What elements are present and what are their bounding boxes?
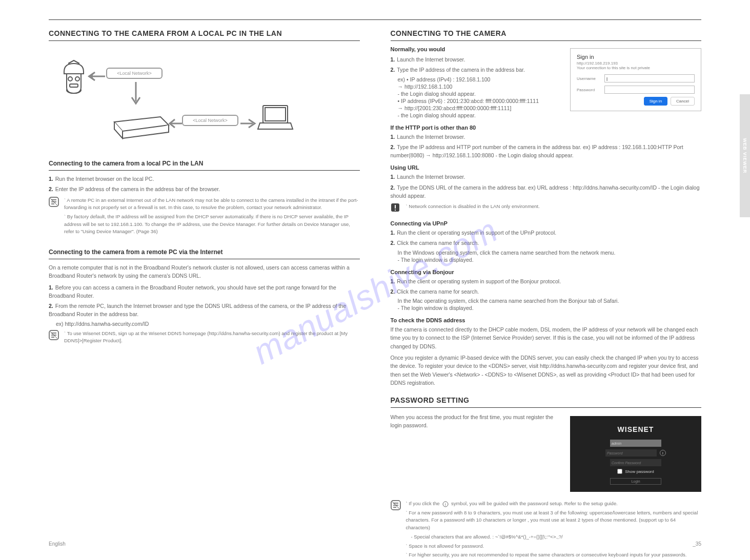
network-diagram: <Local Network> xyxy=(49,46,295,149)
signin-dialog: Sign in http://192.168.219.193 Your conn… xyxy=(570,48,701,111)
side-tab: WEB VIEWER xyxy=(740,94,750,217)
diagram-label-bottom: <Local Network> xyxy=(182,115,238,126)
step: 2.Enter the IP address of the camera in … xyxy=(49,185,360,193)
paragraph: When you access the product for the firs… xyxy=(391,413,563,430)
page-language: English xyxy=(49,541,66,547)
example-row: ex) • IP address (IPv4) : 192.168.1.100 xyxy=(398,76,563,82)
paragraph: On a remote computer that is not in the … xyxy=(49,263,360,280)
arrow-left-icon xyxy=(86,71,106,82)
note-line: - Special characters that are allowed. :… xyxy=(411,533,702,541)
show-password-label: Show password xyxy=(625,469,654,474)
step-text: Click the camera name for search. xyxy=(397,288,479,295)
subheading-bonjour: Connecting via Bonjour xyxy=(391,269,702,275)
svg-rect-3 xyxy=(70,84,78,87)
paragraph: Once you register a dynamic IP-based dev… xyxy=(391,354,702,387)
svg-text:i: i xyxy=(445,502,446,507)
step: 1.Before you can access a camera in the … xyxy=(49,283,360,300)
example-row: → http://[2001:230:abcd:ffff:0000:0000:f… xyxy=(398,105,563,111)
note-line: By factory default, the IP address will … xyxy=(64,213,360,236)
password-label: Password xyxy=(577,88,600,92)
step-sub: - The login window is displayed. xyxy=(398,305,702,311)
cancel-button[interactable]: Cancel xyxy=(671,97,695,106)
side-tab-label: WEB VIEWER xyxy=(742,138,747,173)
example-row: - the Login dialog should appear. xyxy=(398,112,563,118)
step: 2.Type the IP address of the camera in t… xyxy=(391,66,563,74)
info-icon: i xyxy=(442,501,449,507)
step-text: Enter the IP address of the camera in th… xyxy=(55,186,220,192)
warning-text: Network connection is disabled in the LA… xyxy=(406,203,702,214)
subheading-upnp: Connecting via UPnP xyxy=(391,220,702,226)
section-title-lan: CONNECTING TO THE CAMERA FROM A LOCAL PC… xyxy=(49,29,360,41)
step: 1.Run the Internet browser on the local … xyxy=(49,175,360,183)
svg-point-2 xyxy=(75,77,79,81)
step-text: Type the IP address and HTTP port number… xyxy=(391,144,683,158)
step: 2.Type the IP address and HTTP port numb… xyxy=(391,143,702,160)
section-title-connect: CONNECTING TO THE CAMERA xyxy=(391,29,702,41)
step-text: From the remote PC, launch the Internet … xyxy=(49,303,346,317)
subtitle-remote-connect: Connecting to the camera from a remote P… xyxy=(49,248,360,259)
note-line: Space is not allowed for password. xyxy=(406,543,702,550)
step: 1.Run the client or operating system in … xyxy=(391,229,702,237)
example-row: - the Login dialog should appear. xyxy=(398,91,563,97)
step-sub: In the Windows operating system, click t… xyxy=(398,250,702,256)
step: 1.Launch the Internet browser. xyxy=(391,173,702,181)
arrow-left2-icon xyxy=(168,118,183,129)
arrow-down-icon xyxy=(130,81,142,106)
signin-title: Sign in xyxy=(577,54,695,60)
laptop-icon xyxy=(257,102,294,136)
example-row: • IP address (IPv6) : 2001:230:abcd: fff… xyxy=(398,98,563,104)
signin-button[interactable]: Sign in xyxy=(644,97,667,106)
note-line: For a new password with 8 to 9 character… xyxy=(406,509,702,532)
step-text: Run the Internet browser on the local PC… xyxy=(55,176,154,182)
step: 2.Click the camera name for search. xyxy=(391,287,702,296)
show-password-checkbox[interactable] xyxy=(617,469,622,474)
step: 1.Run the client or operating system in … xyxy=(391,277,702,285)
note-line: A remote PC in an external Internet out … xyxy=(64,197,360,212)
svg-rect-5 xyxy=(265,108,286,121)
subheading-http: If the HTTP port is other than 80 xyxy=(391,125,702,131)
step-text: Launch the Internet browser. xyxy=(397,56,465,63)
note-icon xyxy=(49,330,59,340)
wisenet-logo: WISENET xyxy=(591,425,681,433)
arrow-right-icon xyxy=(239,118,257,129)
note-line: For higher security, you are not recomme… xyxy=(406,551,702,559)
page-number: _35 xyxy=(693,541,701,547)
router-icon xyxy=(109,107,171,140)
note-line: ` If you click the i symbol, you will be… xyxy=(406,500,702,508)
paragraph: If the camera is connected directly to t… xyxy=(391,325,702,350)
step: 2.From the remote PC, launch the Interne… xyxy=(49,302,360,319)
step: 1.Launch the Internet browser. xyxy=(391,55,563,64)
subheading-normal: Normally, you would xyxy=(391,46,563,52)
login-button[interactable]: Login xyxy=(610,478,661,485)
signin-url: http://192.168.219.193 xyxy=(577,61,695,66)
step-text: Before you can access a camera in the Br… xyxy=(49,284,336,299)
note-icon xyxy=(391,500,401,510)
note-line: To use Wisenet DDNS, sign up at the Wise… xyxy=(64,330,360,345)
wisenet-login-box: WISENET i Show password Login xyxy=(570,416,701,492)
step-text: Run the client or operating system in su… xyxy=(397,278,561,284)
subheading-ddns-check: To check the DDNS address xyxy=(391,317,702,323)
camera-icon xyxy=(59,59,89,95)
username-input[interactable] xyxy=(604,74,695,82)
info-icon[interactable]: i xyxy=(660,450,666,456)
admin-field[interactable] xyxy=(610,440,661,447)
example-row: → http://192.168.1.100 xyxy=(398,84,563,90)
step: 2.Click the camera name for search. xyxy=(391,239,702,247)
section-title-password: PASSWORD SETTING xyxy=(391,396,702,408)
step: 2.Type the DDNS URL of the camera in the… xyxy=(391,183,702,200)
step-text: Launch the Internet browser. xyxy=(397,174,465,180)
step-text: Type the IP address of the camera in the… xyxy=(397,67,525,73)
subtitle-lan-connect: Connecting to the camera from a local PC… xyxy=(49,160,360,171)
confirm-password-field[interactable] xyxy=(610,459,661,466)
svg-rect-9 xyxy=(395,205,396,209)
step-sub: In the Mac operating system, click the c… xyxy=(398,298,702,304)
note-icon xyxy=(49,197,59,207)
step-text: Click the camera name for search. xyxy=(397,240,479,246)
step-text: Run the client or operating system in su… xyxy=(397,230,556,236)
password-field[interactable] xyxy=(605,449,657,457)
username-label: Username xyxy=(577,76,600,81)
step-sub: - The login window is displayed. xyxy=(398,257,702,263)
example-row: ex) http://ddns.hanwha-security.com/ID xyxy=(56,321,360,327)
subheading-url: Using URL xyxy=(391,164,702,171)
password-input[interactable] xyxy=(604,86,695,94)
